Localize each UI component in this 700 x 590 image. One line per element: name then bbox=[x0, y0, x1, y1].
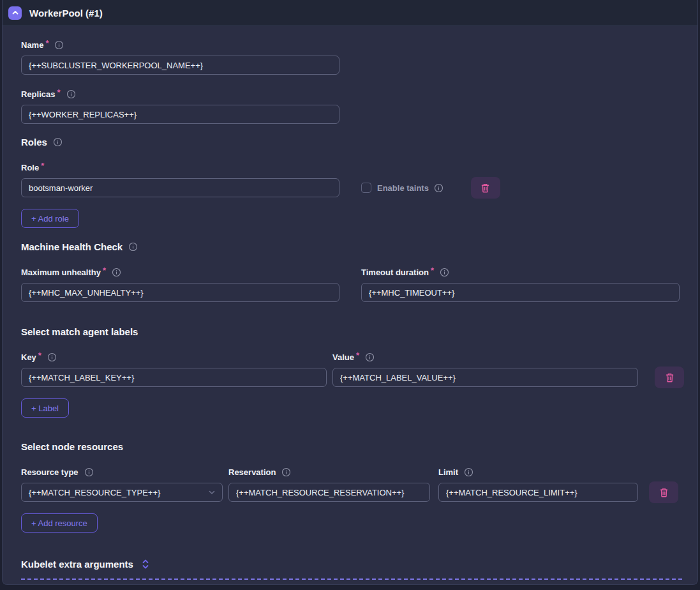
replicas-label: Replicas bbox=[21, 89, 55, 99]
panel-header: WorkerPool (#1) bbox=[3, 0, 697, 26]
trash-icon bbox=[659, 487, 669, 498]
reservation-label: Reservation bbox=[228, 467, 276, 477]
match-label-row: Key * Value * bbox=[21, 352, 678, 387]
page: WorkerPool (#1) Name * Replicas * bbox=[0, 0, 700, 590]
value-field-group: Value * bbox=[332, 352, 638, 387]
panel-title: WorkerPool (#1) bbox=[29, 8, 103, 19]
role-row: Role * Enable taints bbox=[21, 162, 678, 197]
resource-type-label: Resource type bbox=[21, 467, 78, 477]
info-icon[interactable] bbox=[53, 137, 63, 147]
trash-icon bbox=[480, 183, 491, 193]
collapse-panel-button[interactable] bbox=[8, 6, 22, 20]
limit-input[interactable] bbox=[438, 483, 638, 502]
required-marker: * bbox=[356, 351, 359, 360]
key-input[interactable] bbox=[21, 368, 327, 387]
enable-taints-checkbox[interactable] bbox=[361, 183, 371, 193]
match-labels-heading: Select match agent labels bbox=[21, 326, 138, 337]
resource-type-field-group: Resource type {++MATCH_RESOURCE_TYPE++} bbox=[21, 467, 223, 502]
enable-taints-group: Enable taints bbox=[361, 183, 443, 193]
chevron-up-icon bbox=[11, 9, 19, 17]
role-label: Role bbox=[21, 163, 39, 172]
info-icon[interactable] bbox=[112, 268, 121, 277]
maximum-unhealthy-label: Maximum unhealthy bbox=[21, 268, 101, 277]
roles-heading: Roles bbox=[21, 137, 47, 148]
role-field-group: Role * bbox=[21, 162, 339, 197]
node-resources-heading: Select node resources bbox=[21, 441, 123, 452]
add-resource-button[interactable]: + Add resource bbox=[21, 513, 98, 533]
info-icon[interactable] bbox=[281, 467, 291, 477]
value-input[interactable] bbox=[332, 368, 638, 387]
match-labels-section-header: Select match agent labels bbox=[21, 326, 678, 337]
roles-section-header: Roles bbox=[21, 137, 678, 148]
timeout-duration-field-group: Timeout duration * bbox=[361, 267, 680, 302]
key-field-group: Key * bbox=[21, 352, 327, 387]
replicas-input[interactable] bbox=[21, 105, 339, 124]
name-field-group: Name * bbox=[21, 40, 678, 75]
info-icon[interactable] bbox=[464, 467, 473, 477]
node-resource-row: Resource type {++MATCH_RESOURCE_TYPE++} bbox=[21, 467, 678, 502]
name-label: Name bbox=[21, 40, 43, 50]
required-marker: * bbox=[103, 266, 106, 275]
chevron-down-icon bbox=[207, 488, 216, 497]
reservation-field-group: Reservation bbox=[228, 467, 430, 502]
unfold-icon[interactable] bbox=[142, 559, 149, 570]
timeout-duration-input[interactable] bbox=[361, 283, 680, 302]
info-icon[interactable] bbox=[66, 89, 76, 99]
mhc-section-header: Machine Health Check bbox=[21, 241, 678, 252]
info-icon[interactable] bbox=[440, 268, 449, 277]
name-input[interactable] bbox=[21, 56, 339, 75]
timeout-duration-label: Timeout duration bbox=[361, 268, 429, 277]
reservation-input[interactable] bbox=[228, 483, 430, 502]
mhc-heading: Machine Health Check bbox=[21, 241, 123, 252]
maximum-unhealthy-field-group: Maximum unhealthy * bbox=[21, 267, 339, 302]
delete-label-button[interactable] bbox=[655, 367, 684, 388]
workerpool-panel: WorkerPool (#1) Name * Replicas * bbox=[2, 0, 698, 585]
resource-type-select[interactable]: {++MATCH_RESOURCE_TYPE++} bbox=[21, 483, 223, 502]
node-resources-section-header: Select node resources bbox=[21, 441, 678, 452]
required-marker: * bbox=[41, 161, 44, 170]
required-marker: * bbox=[431, 266, 434, 275]
info-icon[interactable] bbox=[128, 242, 138, 252]
key-label: Key bbox=[21, 352, 36, 362]
maximum-unhealthy-input[interactable] bbox=[21, 283, 339, 302]
enable-taints-label: Enable taints bbox=[377, 183, 429, 193]
info-icon[interactable] bbox=[84, 467, 94, 477]
delete-resource-button[interactable] bbox=[649, 481, 678, 503]
info-icon[interactable] bbox=[47, 352, 57, 362]
info-icon[interactable] bbox=[365, 352, 375, 362]
add-label-button[interactable]: + Label bbox=[21, 398, 69, 418]
replicas-field-group: Replicas * bbox=[21, 89, 678, 124]
delete-role-button[interactable] bbox=[471, 177, 500, 199]
section-divider bbox=[21, 579, 682, 580]
required-marker: * bbox=[57, 87, 60, 97]
info-icon[interactable] bbox=[434, 183, 443, 193]
required-marker: * bbox=[45, 38, 48, 48]
limit-field-group: Limit bbox=[438, 467, 638, 502]
info-icon[interactable] bbox=[54, 40, 64, 50]
trash-icon bbox=[664, 372, 675, 383]
required-marker: * bbox=[38, 351, 41, 360]
kubelet-heading: Kubelet extra arguments bbox=[21, 559, 133, 570]
resource-type-selected-value: {++MATCH_RESOURCE_TYPE++} bbox=[29, 488, 160, 497]
value-label: Value bbox=[332, 352, 354, 362]
mhc-row: Maximum unhealthy * Timeout duration * bbox=[21, 267, 678, 302]
add-role-button[interactable]: + Add role bbox=[21, 209, 79, 228]
panel-body: Name * Replicas * bbox=[3, 26, 697, 584]
role-input[interactable] bbox=[21, 178, 339, 197]
kubelet-section-header: Kubelet extra arguments bbox=[21, 559, 678, 570]
limit-label: Limit bbox=[438, 467, 458, 477]
